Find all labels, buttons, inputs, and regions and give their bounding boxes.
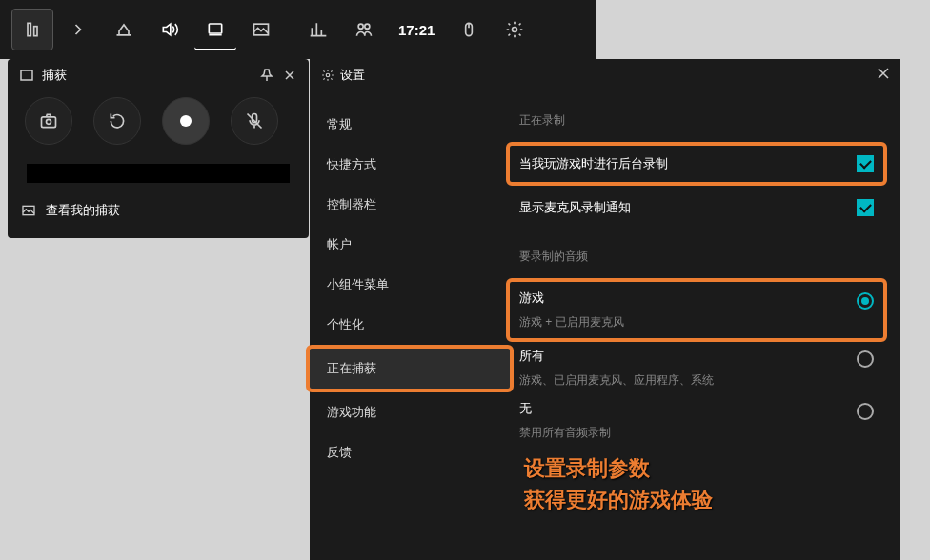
mic-notify-checkbox[interactable] <box>857 199 874 216</box>
mic-toggle-button[interactable] <box>231 97 278 145</box>
pinned-app-icon[interactable] <box>11 9 53 50</box>
svg-rect-1 <box>34 27 37 36</box>
audio-game-sub: 游戏 + 已启用麦克风 <box>519 314 874 330</box>
capture-icon[interactable] <box>194 9 236 50</box>
settings-title: 设置 <box>340 67 365 84</box>
game-bar-toolbar: 17:21 <box>0 0 596 59</box>
audio-all-title: 所有 <box>519 348 544 370</box>
capture-widget-icon <box>19 68 34 83</box>
gallery-icon[interactable] <box>240 9 282 50</box>
nav-capturing[interactable]: 正在捕获 <box>306 345 514 392</box>
record-last-button[interactable] <box>93 97 141 145</box>
svg-point-7 <box>513 28 517 32</box>
clock: 17:21 <box>389 22 444 38</box>
audio-none-radio[interactable] <box>857 403 874 420</box>
annotation-line2: 获得更好的游戏体验 <box>524 484 713 515</box>
nav-account[interactable]: 帐户 <box>310 225 510 265</box>
screenshot-button[interactable] <box>25 97 72 145</box>
pin-icon[interactable] <box>259 68 274 83</box>
xbox-social-icon[interactable] <box>343 9 385 50</box>
settings-gear-icon[interactable] <box>494 9 536 50</box>
view-captures-label: 查看我的捕获 <box>46 202 120 219</box>
annotation-text: 设置录制参数 获得更好的游戏体验 <box>524 452 713 515</box>
start-recording-button[interactable] <box>162 97 210 145</box>
mouse-icon[interactable] <box>448 9 490 50</box>
svg-point-5 <box>365 24 370 29</box>
svg-rect-8 <box>21 70 32 80</box>
svg-rect-2 <box>209 24 221 33</box>
nav-general[interactable]: 常规 <box>310 105 510 145</box>
bg-record-highlight: 当我玩游戏时进行后台录制 <box>506 142 887 186</box>
capture-caption-bar <box>27 164 290 183</box>
record-dot-icon <box>180 115 192 127</box>
settings-nav: 常规 快捷方式 控制器栏 帐户 小组件菜单 个性化 正在捕获 游戏功能 反馈 <box>310 59 510 560</box>
audio-all-sub: 游戏、已启用麦克风、应用程序、系统 <box>519 372 874 389</box>
view-captures-link[interactable]: 查看我的捕获 <box>8 192 309 229</box>
recording-section-label: 正在录制 <box>519 105 874 138</box>
svg-point-10 <box>47 119 51 124</box>
svg-rect-0 <box>28 23 30 35</box>
nav-personalize[interactable]: 个性化 <box>310 305 510 345</box>
mic-notify-label: 显示麦克风录制通知 <box>519 199 631 216</box>
annotation-line1: 设置录制参数 <box>524 452 713 484</box>
capture-widget-title: 捕获 <box>42 67 252 84</box>
svg-rect-9 <box>42 117 56 128</box>
audio-all-radio[interactable] <box>857 350 874 368</box>
audio-section-label: 要录制的音频 <box>519 241 874 274</box>
close-icon[interactable] <box>282 68 297 83</box>
bg-record-label: 当我玩游戏时进行后台录制 <box>519 155 668 172</box>
audio-game-highlight: 游戏 游戏 + 已启用麦克风 <box>506 278 887 342</box>
nav-widgets[interactable]: 小组件菜单 <box>310 265 510 305</box>
nav-controller[interactable]: 控制器栏 <box>310 185 510 225</box>
settings-close-icon[interactable] <box>876 66 891 84</box>
audio-icon[interactable] <box>149 9 191 50</box>
svg-point-4 <box>358 24 363 29</box>
audio-game-radio[interactable] <box>857 292 874 310</box>
nav-shortcuts[interactable]: 快捷方式 <box>310 145 510 185</box>
nav-feedback[interactable]: 反馈 <box>310 432 510 472</box>
broadcast-icon[interactable] <box>103 9 145 50</box>
nav-gamefeat[interactable]: 游戏功能 <box>310 392 510 432</box>
svg-point-13 <box>326 73 330 77</box>
chevron-right-icon[interactable] <box>57 9 99 50</box>
audio-none-sub: 禁用所有音频录制 <box>519 425 874 441</box>
bg-record-checkbox[interactable] <box>857 155 874 172</box>
capture-widget: 捕获 查看我的捕获 <box>8 59 309 238</box>
audio-game-title: 游戏 <box>519 290 544 312</box>
audio-none-title: 无 <box>519 400 532 423</box>
performance-icon[interactable] <box>297 9 339 50</box>
